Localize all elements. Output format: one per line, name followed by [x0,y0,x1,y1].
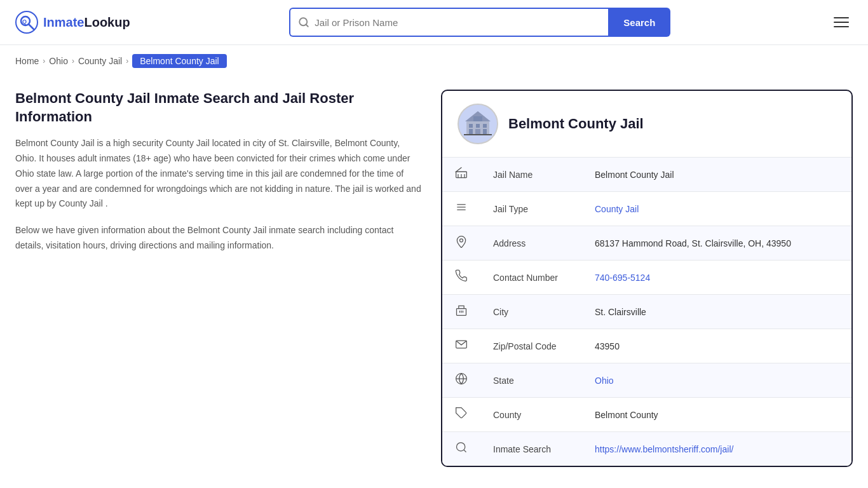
svg-point-23 [460,239,463,242]
row-value: Belmont County [582,398,851,432]
search-bar: Search [289,8,670,37]
hamburger-line-3 [834,26,849,27]
logo-text: InmateLookup [43,15,130,30]
row-icon [442,226,480,261]
hamburger-menu[interactable] [830,13,853,31]
row-label: Jail Type [480,192,582,226]
breadcrumb-chevron-2: › [72,57,74,65]
table-row: Contact Number740-695-5124 [442,261,851,295]
breadcrumb-county-jail[interactable]: County Jail [78,56,122,66]
row-value[interactable]: County Jail [582,192,851,226]
hamburger-line-1 [834,17,849,18]
row-icon [442,398,480,432]
breadcrumb: Home › Ohio › County Jail › Belmont Coun… [0,45,868,77]
row-value: 68137 Hammond Road, St. Clairsville, OH,… [582,226,851,261]
card-header: Belmont County Jail [442,91,851,158]
row-value[interactable]: https://www.belmontsheriff.com/jail/ [582,432,851,466]
page-description-2: Below we have given information about th… [15,223,422,254]
row-icon [442,192,480,226]
table-row: Zip/Postal Code43950 [442,329,851,363]
row-link[interactable]: https://www.belmontsheriff.com/jail/ [595,444,733,454]
table-row: CountyBelmont County [442,398,851,432]
table-row: Address68137 Hammond Road, St. Clairsvil… [442,226,851,261]
table-row: CitySt. Clairsville [442,295,851,329]
right-panel: Belmont County Jail Jail NameBelmont Cou… [441,90,853,467]
logo[interactable]: Q InmateLookup [15,11,130,34]
svg-rect-8 [476,124,480,128]
row-icon [442,363,480,398]
table-row: Inmate Searchhttps://www.belmontsheriff.… [442,432,851,466]
row-icon [442,295,480,329]
table-row: Jail TypeCounty Jail [442,192,851,226]
table-row: Jail NameBelmont County Jail [442,158,851,192]
row-value[interactable]: Ohio [582,363,851,398]
row-label: Zip/Postal Code [480,329,582,363]
svg-rect-15 [464,134,492,135]
search-input-wrapper [289,8,608,37]
svg-line-5 [306,24,308,26]
breadcrumb-home[interactable]: Home [15,56,39,66]
card-title: Belmont County Jail [508,116,644,132]
row-value: St. Clairsville [582,295,851,329]
main-content: Belmont County Jail Inmate Search and Ja… [0,77,868,480]
svg-rect-14 [473,116,482,121]
row-icon [442,158,480,192]
breadcrumb-ohio[interactable]: Ohio [49,56,68,66]
row-label: Contact Number [480,261,582,295]
row-label: State [480,363,582,398]
row-label: City [480,295,582,329]
left-panel: Belmont County Jail Inmate Search and Ja… [15,90,422,467]
svg-text:Q: Q [22,18,27,25]
hamburger-line-2 [834,22,849,23]
search-input[interactable] [315,17,600,28]
row-link[interactable]: Ohio [595,376,614,386]
table-row: StateOhio [442,363,851,398]
breadcrumb-active: Belmont County Jail [132,54,227,68]
page-description-1: Belmont County Jail is a high security C… [15,136,422,212]
logo-icon: Q [15,11,38,34]
svg-rect-9 [483,124,487,128]
row-value: 43950 [582,329,851,363]
row-label: Inmate Search [480,432,582,466]
svg-rect-7 [469,124,473,128]
row-label: Jail Name [480,158,582,192]
breadcrumb-chevron-1: › [43,57,45,65]
page-title: Belmont County Jail Inmate Search and Ja… [15,90,422,126]
search-button[interactable]: Search [608,8,670,37]
row-value: Belmont County Jail [582,158,851,192]
breadcrumb-chevron-3: › [126,57,128,65]
site-header: Q InmateLookup Search [0,0,868,45]
svg-rect-25 [459,306,464,308]
info-table: Jail NameBelmont County JailJail TypeCou… [442,158,851,466]
svg-line-34 [464,450,466,452]
row-icon [442,261,480,295]
jail-building-icon [464,110,492,138]
row-value[interactable]: 740-695-5124 [582,261,851,295]
row-label: County [480,398,582,432]
info-card: Belmont County Jail Jail NameBelmont Cou… [441,90,853,467]
row-icon [442,329,480,363]
svg-point-33 [457,443,465,451]
row-icon [442,432,480,466]
row-link[interactable]: County Jail [595,204,639,214]
row-label: Address [480,226,582,261]
row-link[interactable]: 740-695-5124 [595,273,650,283]
search-icon [298,17,309,28]
jail-avatar [458,104,498,144]
